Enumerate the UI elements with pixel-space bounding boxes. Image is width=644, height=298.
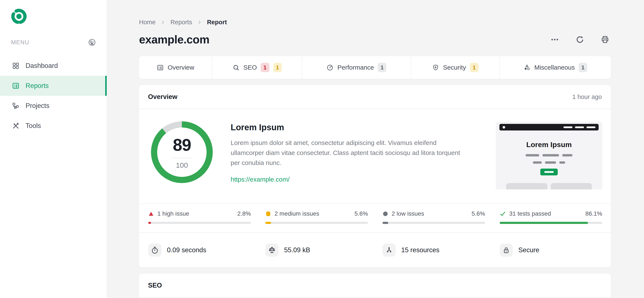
tab-label: SEO (244, 64, 257, 71)
theme-icon[interactable] (88, 38, 96, 46)
issue-progress (148, 222, 151, 224)
issue-percent: 5.6% (354, 210, 368, 217)
thumbnail-cards (496, 183, 602, 189)
quick-stats-row: 0.09 seconds 55.09 kB (139, 233, 611, 267)
security-badge: 1 (470, 63, 478, 72)
breadcrumb-home[interactable]: Home (139, 19, 156, 26)
sidebar-nav: Dashboard Reports (0, 56, 107, 136)
quick-stat-value: Secure (518, 246, 539, 254)
shield-icon (432, 64, 439, 71)
thumbnail-text-line (496, 161, 602, 164)
quick-stat-value: 55.09 kB (284, 246, 310, 254)
score-divider (172, 158, 192, 158)
score-total: 100 (176, 161, 188, 169)
search-icon (232, 64, 240, 71)
high-issues-stat: 1 high issue 2.8% (148, 210, 251, 224)
list-icon (157, 64, 164, 71)
tab-label: Miscellaneous (534, 64, 575, 71)
circle-icon (382, 211, 388, 217)
sidebar-item-label: Reports (26, 82, 49, 90)
main-content: Home Reports Report example.com (107, 0, 644, 298)
thumbnail-button (540, 169, 558, 175)
overview-card: Overview 1 hour ago 89 100 Lorem Ipsum L… (139, 85, 611, 267)
print-icon[interactable] (599, 34, 611, 45)
issue-percent: 86.1% (586, 210, 602, 217)
sidebar-item-tools[interactable]: Tools (0, 116, 107, 136)
shapes-icon (524, 64, 530, 71)
performance-badge: 1 (378, 63, 386, 72)
issue-percent: 5.6% (472, 210, 485, 217)
scale-icon (265, 244, 278, 257)
chevron-right-icon (160, 20, 165, 25)
issue-percent: 2.8% (237, 210, 251, 217)
issue-progress (265, 222, 271, 224)
quick-stat-value: 0.09 seconds (167, 246, 206, 254)
tools-icon (12, 122, 20, 130)
hierarchy-icon (12, 102, 20, 110)
quick-stat-value: 15 resources (401, 246, 439, 254)
issue-label: 1 high issue (158, 210, 189, 217)
sidebar-item-label: Dashboard (26, 62, 58, 70)
check-icon (500, 211, 506, 217)
tab-miscellaneous[interactable]: Miscellaneous 1 (500, 56, 611, 79)
app-logo-icon (10, 8, 28, 25)
chevron-right-icon (197, 20, 202, 25)
menu-label: MENU (11, 39, 30, 46)
breadcrumb: Home Reports Report (139, 19, 611, 26)
issue-label: 31 tests passed (509, 210, 551, 217)
refresh-icon[interactable] (574, 34, 586, 45)
list-icon (12, 82, 20, 90)
tab-seo[interactable]: SEO 1 1 (212, 56, 302, 79)
seo-high-badge: 1 (261, 63, 269, 72)
tab-security[interactable]: Security 1 (410, 56, 500, 79)
thumbnail-logo-dot (502, 126, 505, 129)
score-value: 89 (173, 135, 191, 155)
sidebar-item-label: Projects (26, 102, 50, 110)
breadcrumb-reports[interactable]: Reports (170, 19, 192, 26)
more-icon[interactable] (549, 34, 560, 45)
tab-performance[interactable]: Performance 1 (302, 56, 410, 79)
triangle-icon (148, 211, 154, 217)
sitemap-icon (382, 244, 396, 257)
sidebar-item-reports[interactable]: Reports (0, 76, 107, 96)
thumbnail-nav-links (564, 126, 596, 128)
grid-icon (12, 62, 20, 70)
tab-label: Overview (168, 64, 194, 71)
issue-label: 2 low issues (392, 210, 424, 217)
thumbnail-text-line (496, 154, 602, 156)
header-actions (549, 34, 611, 45)
site-link[interactable]: https://example.com/ (231, 176, 290, 183)
page-size-stat: 55.09 kB (265, 244, 368, 257)
load-time-stat: 0.09 seconds (148, 244, 251, 257)
page-title: example.com (139, 33, 209, 46)
issue-stats-row: 1 high issue 2.8% 2 medium issues 5.6% (139, 204, 611, 233)
score-ring: 89 100 (151, 121, 213, 183)
security-stat: Secure (500, 244, 602, 257)
issue-progress (382, 222, 388, 224)
tests-passed-stat: 31 tests passed 86.1% (500, 210, 602, 224)
stopwatch-icon (148, 244, 162, 257)
sidebar-item-label: Tools (26, 122, 41, 130)
tab-label: Security (443, 64, 466, 71)
medium-issues-stat: 2 medium issues 5.6% (265, 210, 368, 224)
miscellaneous-badge: 1 (578, 63, 587, 72)
sidebar-item-projects[interactable]: Projects (0, 96, 107, 116)
sidebar-item-dashboard[interactable]: Dashboard (0, 56, 107, 76)
tab-overview[interactable]: Overview (139, 56, 212, 79)
tab-label: Performance (337, 64, 374, 71)
seo-section-title: SEO (148, 282, 162, 289)
seo-medium-badge: 1 (273, 63, 282, 72)
issue-label: 2 medium issues (274, 210, 319, 217)
report-tabs: Overview SEO 1 1 Performance 1 (139, 56, 611, 79)
report-timestamp: 1 hour ago (572, 93, 602, 100)
lock-icon (500, 244, 513, 257)
resources-stat: 15 resources (382, 244, 485, 257)
low-issues-stat: 2 low issues 5.6% (382, 210, 485, 224)
site-heading: Lorem Ipsum (231, 123, 478, 132)
gauge-icon (326, 64, 334, 71)
breadcrumb-report: Report (207, 19, 227, 26)
thumbnail-browser-bar (500, 124, 599, 130)
issue-progress (500, 222, 588, 224)
sidebar: MENU Dashboard (0, 0, 107, 298)
square-icon (265, 211, 271, 217)
